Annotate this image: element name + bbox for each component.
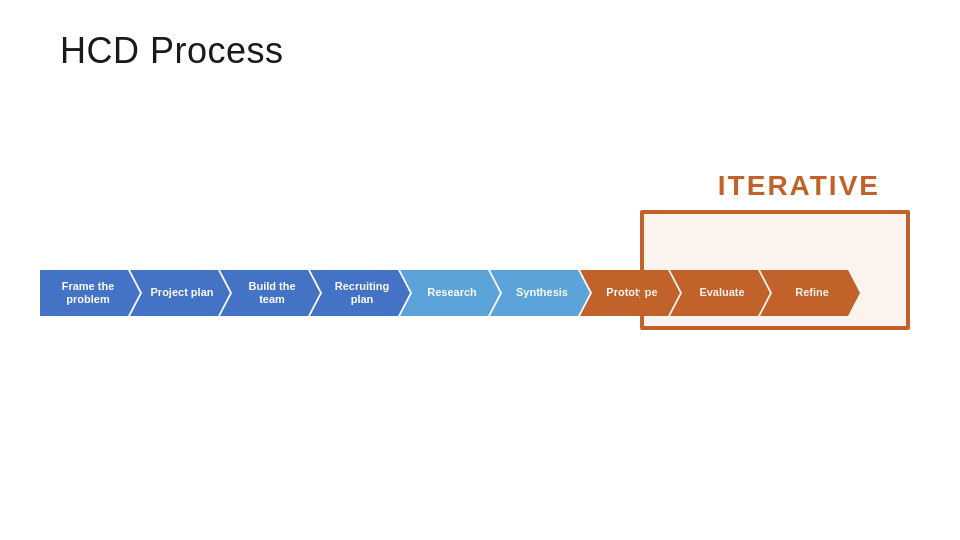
iterative-label: ITERATIVE (718, 170, 880, 202)
arrow-shape-build: Build the team (220, 270, 320, 316)
arrow-research: Research (400, 270, 500, 316)
page-title: HCD Process (60, 30, 284, 72)
arrow-synthesis: Synthesis (490, 270, 590, 316)
arrow-project: Project plan (130, 270, 230, 316)
arrow-shape-research: Research (400, 270, 500, 316)
arrow-frame: Frame the problem (40, 270, 140, 316)
arrow-build: Build the team (220, 270, 320, 316)
iterative-box (640, 210, 910, 330)
arrow-shape-synthesis: Synthesis (490, 270, 590, 316)
arrow-shape-recruiting: Recruiting plan (310, 270, 410, 316)
arrow-shape-project: Project plan (130, 270, 230, 316)
arrow-shape-frame: Frame the problem (40, 270, 140, 316)
arrow-recruiting: Recruiting plan (310, 270, 410, 316)
